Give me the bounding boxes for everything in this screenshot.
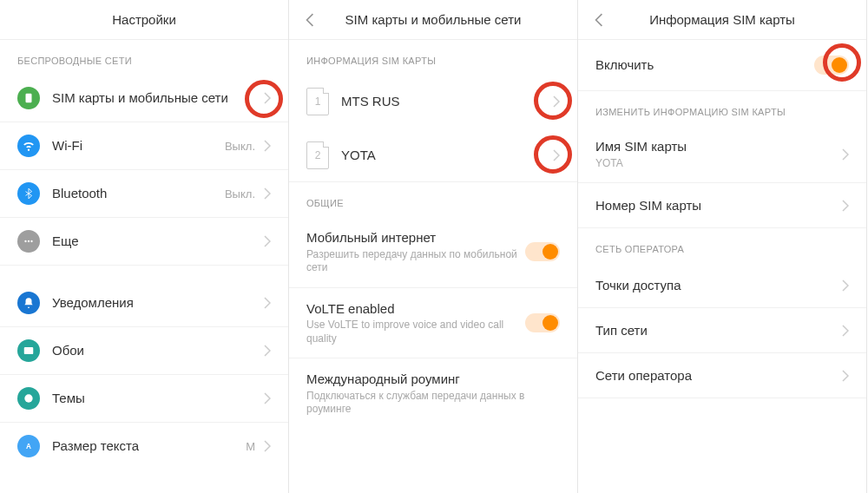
row-mobile-data[interactable]: Мобильный интернет Разрешить передачу да… (289, 217, 577, 288)
svg-rect-4 (24, 347, 34, 354)
row-bluetooth[interactable]: Bluetooth Выкл. (0, 170, 288, 218)
row-value: М (246, 440, 255, 453)
header: SIM карты и мобильные сети (289, 0, 577, 40)
row-volte[interactable]: VoLTE enabled Use VoLTE to improve voice… (289, 288, 577, 359)
chevron-right-icon (264, 392, 271, 404)
row-notifications[interactable]: Уведомления (0, 279, 288, 327)
wifi-icon (17, 135, 40, 157)
svg-point-5 (24, 394, 32, 402)
svg-point-2 (28, 240, 30, 242)
row-sim-number[interactable]: Номер SIM карты (578, 183, 866, 228)
row-sim1[interactable]: 1 MTS RUS (289, 75, 577, 128)
sim2-icon: 2 (306, 141, 329, 169)
chevron-right-icon (842, 370, 849, 382)
sim-info-pane: Информация SIM карты Включить ИЗМЕНИТЬ И… (578, 0, 867, 493)
page-title: Информация SIM карты (649, 12, 795, 27)
sim-networks-pane: SIM карты и мобильные сети ИНФОРМАЦИЯ SI… (289, 0, 578, 493)
header: Настройки (0, 0, 288, 40)
row-wallpaper[interactable]: Обои (0, 327, 288, 375)
row-sim-networks[interactable]: SIM карты и мобильные сети (0, 75, 288, 122)
chevron-right-icon (264, 235, 271, 247)
back-button[interactable] (589, 10, 609, 30)
svg-point-1 (24, 240, 26, 242)
row-label: SIM карты и мобильные сети (52, 89, 264, 107)
section-wireless: БЕСПРОВОДНЫЕ СЕТИ (0, 40, 288, 75)
chevron-right-icon (842, 200, 849, 212)
chevron-right-icon (264, 92, 271, 104)
svg-text:A: A (26, 443, 31, 450)
row-sim-name[interactable]: Имя SIM карты YOTA (578, 126, 866, 183)
chevron-right-icon (842, 148, 849, 161)
mobile-data-toggle[interactable] (525, 242, 560, 261)
row-themes[interactable]: Темы (0, 375, 288, 423)
theme-icon (17, 387, 40, 410)
bell-icon (17, 292, 40, 314)
chevron-right-icon (264, 440, 271, 452)
row-carrier-networks[interactable]: Сети оператора (578, 353, 866, 398)
settings-pane: Настройки БЕСПРОВОДНЫЕ СЕТИ SIM карты и … (0, 0, 289, 493)
page-title: Настройки (112, 12, 176, 27)
content: БЕСПРОВОДНЫЕ СЕТИ SIM карты и мобильные … (0, 40, 288, 493)
chevron-right-icon (264, 297, 271, 309)
content: Включить ИЗМЕНИТЬ ИНФОРМАЦИЮ SIM КАРТЫ И… (578, 40, 866, 493)
row-apn[interactable]: Точки доступа (578, 263, 866, 308)
chevron-right-icon (842, 325, 849, 337)
section-carrier: СЕТЬ ОПЕРАТОРА (578, 228, 866, 263)
section-sim-info: ИНФОРМАЦИЯ SIM КАРТЫ (289, 40, 577, 75)
row-value: Выкл. (225, 140, 255, 153)
row-sim2[interactable]: 2 YOTA (289, 128, 577, 182)
sim-icon (17, 87, 40, 109)
section-edit-sim: ИЗМЕНИТЬ ИНФОРМАЦИЮ SIM КАРТЫ (578, 91, 866, 126)
back-button[interactable] (299, 10, 320, 30)
row-value: Выкл. (225, 187, 255, 200)
row-more[interactable]: Еще (0, 218, 288, 266)
chevron-right-icon (553, 95, 560, 108)
header: Информация SIM карты (578, 0, 866, 40)
volte-toggle[interactable] (525, 313, 560, 332)
sim1-icon: 1 (306, 88, 329, 115)
row-wifi[interactable]: Wi-Fi Выкл. (0, 122, 288, 170)
enable-toggle[interactable] (814, 56, 849, 75)
row-net-type[interactable]: Тип сети (578, 308, 866, 353)
section-general: ОБЩИЕ (289, 182, 577, 217)
row-text-size[interactable]: A Размер текста М (0, 423, 288, 470)
content: ИНФОРМАЦИЯ SIM КАРТЫ 1 MTS RUS 2 YOTA ОБ… (289, 40, 577, 493)
image-icon (17, 339, 40, 362)
chevron-right-icon (264, 187, 271, 200)
bluetooth-icon (17, 182, 40, 205)
chevron-right-icon (264, 345, 271, 357)
more-icon (17, 230, 40, 253)
svg-rect-0 (26, 94, 32, 103)
row-roaming[interactable]: Международный роуминг Подключаться к слу… (289, 358, 577, 429)
chevron-right-icon (264, 140, 271, 152)
row-enable[interactable]: Включить (578, 40, 866, 91)
chevron-right-icon (842, 279, 849, 292)
svg-point-3 (30, 240, 32, 242)
chevron-right-icon (553, 149, 560, 161)
text-icon: A (17, 435, 40, 457)
page-title: SIM карты и мобильные сети (345, 12, 522, 27)
